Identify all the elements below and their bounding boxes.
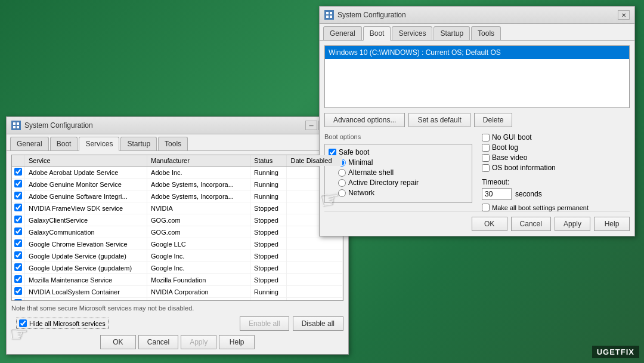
advanced-options-button[interactable]: Advanced options... — [324, 113, 405, 127]
boot-list: Windows 10 (C:\WINDOWS) : Current OS; De… — [324, 45, 630, 108]
service-status-2: Running — [250, 190, 286, 202]
services-ok-button[interactable]: OK — [100, 335, 136, 349]
table-row: Adobe Genuine Monitor Service Adobe Syst… — [12, 179, 343, 190]
service-date-7 — [287, 250, 343, 262]
service-checkbox-2[interactable] — [14, 192, 22, 199]
base-video-label[interactable]: Base video — [492, 153, 527, 162]
service-checkbox-9[interactable] — [14, 275, 22, 283]
row-checkbox-cell — [12, 179, 25, 190]
boot-entry-0[interactable]: Windows 10 (C:\WINDOWS) : Current OS; De… — [325, 46, 629, 59]
base-video-checkbox[interactable] — [482, 154, 490, 162]
os-boot-info-checkbox[interactable] — [482, 164, 490, 172]
services-apply-button[interactable]: Apply — [181, 335, 216, 349]
timeout-label: Timeout: — [482, 178, 630, 186]
tab-startup[interactable]: Startup — [120, 137, 157, 150]
radio-network[interactable] — [338, 189, 346, 197]
boot-ok-button[interactable]: OK — [472, 217, 507, 231]
tab-services[interactable]: Services — [79, 137, 119, 151]
boot-tab-services[interactable]: Services — [392, 26, 432, 40]
svg-rect-6 — [326, 16, 329, 18]
boot-apply-button[interactable]: Apply — [555, 217, 590, 231]
disable-all-button[interactable]: Disable all — [293, 316, 343, 331]
col-service: Service — [25, 155, 147, 167]
radio-alternate-label[interactable]: Alternate shell — [348, 168, 394, 177]
boot-tab-tools[interactable]: Tools — [471, 26, 501, 40]
boot-options-title: Boot options — [324, 133, 472, 140]
boot-help-button[interactable]: Help — [594, 217, 630, 231]
services-minimize-btn[interactable]: ─ — [305, 121, 317, 130]
table-row: NVIDIA LocalSystem Container NVIDIA Corp… — [12, 286, 343, 298]
radio-minimal-label[interactable]: Minimal — [348, 158, 373, 167]
service-name-6: Google Chrome Elevation Service — [25, 238, 147, 250]
services-help-button[interactable]: Help — [219, 335, 255, 349]
services-table-container: Service Manufacturer Status Date Disable… — [11, 155, 343, 301]
service-checkbox-11[interactable] — [14, 299, 22, 301]
services-window: System Configuration ─ □ ✕ General Boot … — [6, 116, 349, 355]
svg-rect-5 — [330, 12, 332, 14]
service-status-10: Running — [250, 286, 286, 298]
svg-rect-2 — [13, 126, 16, 128]
boot-close-btn[interactable]: ✕ — [618, 10, 630, 20]
enable-all-button[interactable]: Enable all — [240, 316, 289, 331]
boot-tab-general[interactable]: General — [323, 26, 362, 40]
tab-boot[interactable]: Boot — [50, 137, 78, 150]
row-checkbox-cell — [12, 214, 25, 226]
boot-tab-startup[interactable]: Startup — [434, 26, 470, 40]
service-checkbox-1[interactable] — [14, 180, 22, 187]
service-status-6: Stopped — [250, 238, 286, 250]
service-checkbox-3[interactable] — [14, 204, 22, 211]
make-permanent-checkbox[interactable] — [482, 204, 490, 211]
hide-ms-checkbox[interactable] — [19, 319, 27, 327]
service-checkbox-4[interactable] — [14, 216, 22, 223]
footer-note: Note that some secure Microsoft services… — [11, 304, 343, 312]
safe-boot-label[interactable]: Safe boot — [339, 148, 369, 156]
services-titlebar: System Configuration ─ □ ✕ — [7, 117, 348, 134]
tab-general[interactable]: General — [10, 137, 49, 150]
table-row: Adobe Genuine Software Integri... Adobe … — [12, 190, 343, 202]
row-checkbox-cell — [12, 286, 25, 298]
row-checkbox-cell — [12, 226, 25, 238]
service-date-11 — [287, 298, 343, 302]
boot-cancel-button[interactable]: Cancel — [511, 217, 551, 231]
boot-log-label[interactable]: Boot log — [492, 143, 518, 152]
no-gui-checkbox[interactable] — [482, 134, 490, 141]
service-status-5: Stopped — [250, 226, 286, 238]
svg-rect-1 — [17, 122, 19, 125]
timeout-input[interactable] — [482, 188, 512, 200]
service-checkbox-5[interactable] — [14, 227, 22, 235]
radio-network-label[interactable]: Network — [348, 189, 374, 197]
service-checkbox-7[interactable] — [14, 251, 22, 259]
service-name-1: Adobe Genuine Monitor Service — [25, 179, 147, 190]
table-row: GalaxyCommunication GOG.com Stopped — [12, 226, 343, 238]
safe-boot-row: Safe boot — [329, 148, 468, 156]
os-boot-info-label[interactable]: OS boot information — [492, 164, 556, 172]
make-permanent-label[interactable]: Make all boot settings permanent — [492, 204, 589, 211]
table-row: Google Chrome Elevation Service Google L… — [12, 238, 343, 250]
radio-ad-repair[interactable] — [338, 179, 346, 187]
services-cancel-button[interactable]: Cancel — [138, 335, 178, 349]
boot-tabs: General Boot Services Startup Tools — [320, 24, 634, 41]
row-checkbox-cell — [12, 262, 25, 274]
service-checkbox-8[interactable] — [14, 263, 22, 271]
delete-button[interactable]: Delete — [474, 113, 513, 127]
radio-ad-repair-label[interactable]: Active Directory repair — [348, 179, 419, 187]
hide-ms-checkbox-label[interactable]: Hide all Microsoft services — [16, 318, 109, 329]
col-check — [12, 155, 25, 167]
svg-rect-7 — [330, 16, 332, 18]
svg-rect-4 — [326, 12, 329, 14]
radio-alternate[interactable] — [338, 169, 346, 177]
tab-tools[interactable]: Tools — [158, 137, 188, 150]
service-manufacturer-7: Google Inc. — [147, 250, 250, 262]
boot-tab-boot[interactable]: Boot — [363, 26, 391, 41]
set-as-default-button[interactable]: Set as default — [408, 113, 470, 127]
row-checkbox-cell — [12, 202, 25, 214]
service-checkbox-0[interactable] — [14, 168, 22, 176]
boot-log-checkbox[interactable] — [482, 144, 490, 152]
boot-content: Windows 10 (C:\WINDOWS) : Current OS; De… — [320, 41, 634, 236]
service-checkbox-6[interactable] — [14, 239, 22, 247]
row-checkbox-cell — [12, 250, 25, 262]
service-checkbox-10[interactable] — [14, 287, 22, 295]
services-footer-buttons: OK Cancel Apply Help — [7, 335, 348, 354]
service-status-0: Running — [250, 167, 286, 179]
no-gui-label[interactable]: No GUI boot — [492, 133, 532, 141]
